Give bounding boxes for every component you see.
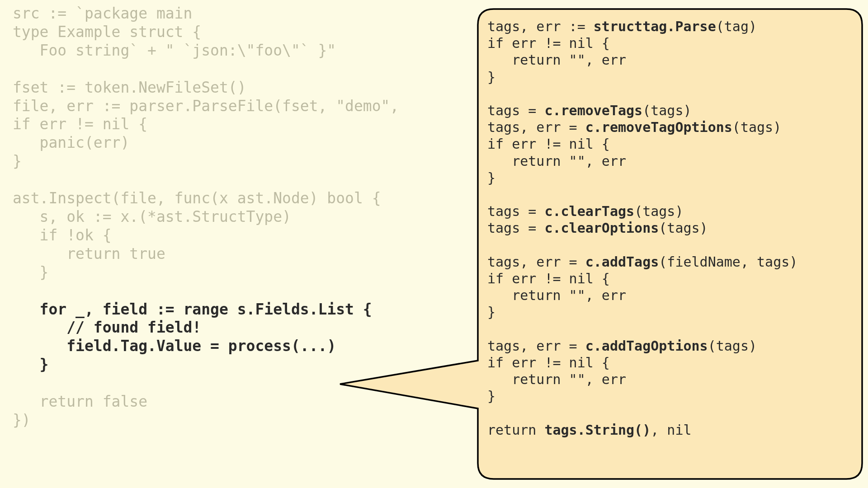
code-line: type Example struct {	[13, 23, 201, 41]
code-bold: c.removeTags	[544, 103, 642, 118]
code-line: if err != nil {	[487, 136, 610, 152]
code-line: if err != nil {	[13, 115, 147, 133]
code-line: return "", err	[487, 371, 626, 387]
code-bold: c.addTags	[585, 254, 659, 270]
code-line	[13, 319, 66, 336]
code-line-highlight: }	[40, 356, 49, 373]
code-line-highlight: // found field!	[66, 319, 201, 336]
code-line: if err != nil {	[487, 271, 610, 286]
code-bold: c.addTagOptions	[585, 338, 708, 354]
code-line: return "", err	[487, 52, 626, 68]
code-line: tags, err =	[487, 119, 585, 135]
slide: src := `package main type Example struct…	[0, 0, 868, 488]
callout-code-block: tags, err := structtag.Parse(tag) if err…	[487, 18, 854, 438]
code-bold: c.removeTagOptions	[585, 119, 732, 135]
code-line: return	[487, 422, 544, 438]
code-line: return "", err	[487, 153, 626, 169]
code-line: tags =	[487, 220, 544, 236]
code-bold: tags.String()	[544, 422, 651, 438]
code-line: if err != nil {	[487, 355, 610, 371]
code-line: tags, err =	[487, 254, 585, 270]
code-line: }	[487, 69, 495, 85]
code-line: }	[487, 388, 495, 404]
code-line: (tags)	[634, 203, 683, 219]
code-line: if !ok {	[13, 226, 112, 244]
code-line: tags, err :=	[487, 19, 594, 34]
code-line: (tags)	[708, 338, 757, 354]
code-line: s, ok := x.(*ast.StructType)	[13, 208, 291, 225]
code-line: src := `package main	[13, 5, 192, 22]
code-line	[13, 337, 66, 355]
code-line: (fieldName, tags)	[659, 254, 797, 270]
code-line: , nil	[651, 422, 691, 438]
code-line: if err != nil {	[487, 35, 610, 51]
code-line: return false	[13, 393, 147, 410]
code-line: Foo string` + " `json:\"foo\"` }"	[13, 42, 336, 59]
code-line: }	[13, 263, 48, 281]
code-bold: structtag.Parse	[594, 19, 716, 34]
code-line: return "", err	[487, 287, 626, 303]
code-line: })	[13, 411, 31, 429]
code-line: tags =	[487, 203, 544, 219]
code-bold: c.clearOptions	[544, 220, 659, 236]
code-bold: c.clearTags	[544, 203, 634, 219]
code-line: (tags)	[659, 220, 708, 236]
code-line: }	[487, 170, 495, 186]
code-line: fset := token.NewFileSet()	[13, 79, 246, 96]
code-line: return true	[13, 245, 165, 263]
code-line: (tags)	[642, 103, 691, 118]
code-line: (tags)	[732, 119, 781, 135]
code-line-highlight: field.Tag.Value = process(...)	[66, 337, 336, 355]
code-line: (tag)	[716, 19, 757, 34]
code-line	[13, 356, 40, 373]
code-line	[13, 300, 40, 318]
code-line: tags =	[487, 103, 544, 118]
code-line: }	[487, 304, 495, 320]
code-line: tags, err =	[487, 338, 585, 354]
code-line: }	[13, 152, 22, 170]
code-line: panic(err)	[13, 134, 129, 151]
